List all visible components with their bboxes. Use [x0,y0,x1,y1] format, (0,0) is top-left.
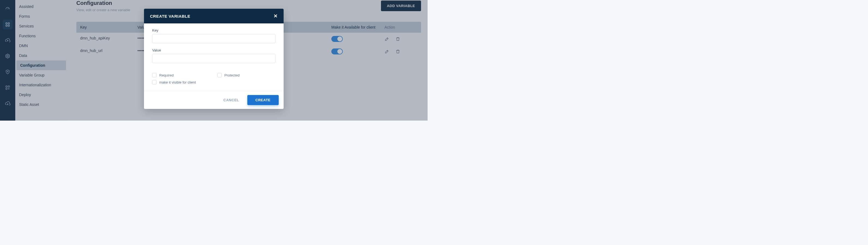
value-field-label: Value [152,48,275,52]
protected-label: Protected [224,73,240,77]
visible-checkbox[interactable] [152,80,157,84]
create-button[interactable]: CREATE [247,95,279,105]
required-checkbox[interactable] [152,73,157,77]
required-label: Required [159,73,174,77]
create-variable-modal: CREATE VARIABLE ✕ Key Value Required Pro… [144,9,284,109]
protected-checkbox[interactable] [217,73,222,77]
value-input[interactable] [152,54,275,63]
key-input[interactable] [152,34,275,43]
close-icon[interactable]: ✕ [274,13,278,19]
modal-title: CREATE VARIABLE [150,14,190,19]
visible-label: make it visible for client [159,80,196,84]
key-field-label: Key [152,28,275,32]
modal-overlay[interactable]: CREATE VARIABLE ✕ Key Value Required Pro… [0,0,428,120]
cancel-button[interactable]: CANCEL [223,98,239,102]
